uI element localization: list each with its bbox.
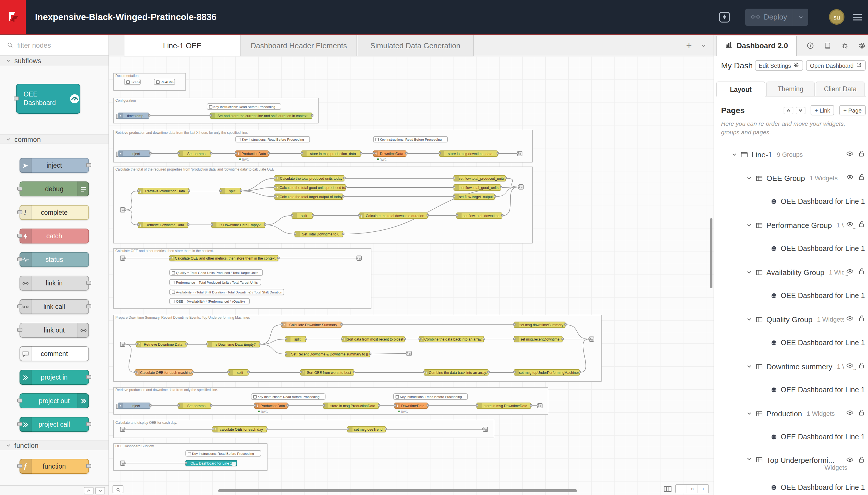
flow-comment-license[interactable]: License bbox=[124, 79, 141, 85]
flow-comment-key-instructions-read-before-proceeding[interactable]: Key Instructions: Read Before Proceeding bbox=[207, 103, 281, 110]
flow-node-downtimedata[interactable]: DowntimeData bbox=[373, 151, 406, 157]
flow-node-timestamp[interactable]: timestamp bbox=[118, 113, 149, 119]
flow-link-out-node[interactable] bbox=[589, 337, 594, 342]
eye-icon[interactable] bbox=[846, 173, 854, 181]
inject-button[interactable] bbox=[116, 152, 118, 156]
eye-icon[interactable] bbox=[846, 409, 854, 416]
flow-node-calculate-oee-for-each-day[interactable]: ƒcalculate OEE for each day bbox=[212, 426, 267, 432]
palette-node-inject[interactable]: inject bbox=[19, 158, 89, 173]
palette-category-function[interactable]: function bbox=[0, 441, 108, 450]
deploy-button[interactable]: Deploy bbox=[745, 8, 808, 25]
unlock-icon[interactable] bbox=[858, 362, 866, 369]
menu-icon[interactable] bbox=[852, 13, 862, 21]
flow-node-retrieve-downtime-data[interactable]: ƒRetrieve Downtime Data bbox=[138, 222, 188, 228]
group-row-oee-group[interactable]: OEE Group1 Widgets bbox=[714, 172, 868, 184]
inject-button[interactable] bbox=[116, 404, 118, 409]
palette-expand-all-button[interactable] bbox=[95, 487, 105, 494]
unlock-icon[interactable] bbox=[858, 150, 866, 157]
flow-comment-oee-availability-performance-quality[interactable]: OEE = (Availability) * (Performance) * (… bbox=[169, 298, 250, 304]
flow-link-in-node[interactable] bbox=[120, 256, 125, 261]
flow-node-set-msg-recentdowntime[interactable]: set msg.recentDowntime bbox=[514, 336, 562, 342]
eye-icon[interactable] bbox=[846, 456, 854, 463]
flow-node-store-in-msg-downtimedata[interactable]: store in msg.DowntimeData bbox=[476, 403, 531, 409]
chevron-down-icon[interactable] bbox=[731, 152, 737, 157]
flow-node-is-downtime-data-empty[interactable]: Is Downtime Data Empty? bbox=[211, 222, 265, 228]
flow-node-set-flow-total-good-units[interactable]: set flow.total_good_units bbox=[453, 184, 501, 191]
flow-node-split[interactable]: split bbox=[220, 188, 241, 194]
horizontal-scrollbar[interactable] bbox=[218, 489, 577, 492]
flow-node-sort-oee-from-worst-to-best[interactable]: ƒSort OEE from worst to best bbox=[300, 369, 354, 376]
flow-node-set-flow-total-downtime[interactable]: set flow.total_downtime bbox=[456, 212, 502, 219]
flow-node-productiondata[interactable]: ProductionData bbox=[254, 403, 288, 409]
widget-row-oee-dashboard-for-line-1[interactable]: OEE Dashboard for Line 1 bbox=[714, 431, 868, 443]
zoom-in-button[interactable]: + bbox=[697, 485, 708, 493]
unlock-icon[interactable] bbox=[858, 456, 866, 463]
user-avatar[interactable]: su bbox=[829, 9, 845, 25]
flow-node-calculate-the-total-produced-units-today[interactable]: ƒCalculate the total produced units toda… bbox=[274, 175, 344, 182]
flow-node-sort-data-from-most-recent-to-oldest[interactable]: ƒSort data from most recent to oldest bbox=[342, 336, 405, 342]
page-row-line-1[interactable]: Line-19 Groups bbox=[714, 148, 868, 161]
flow-node-calculate-downtime-summary[interactable]: ƒCalculate Downtime Summary bbox=[281, 322, 342, 328]
flow-comment-key-instructions-read-before-proceeding[interactable]: Key Instructions: Read Before Proceeding bbox=[251, 393, 326, 400]
flowfuse-logo[interactable] bbox=[0, 0, 26, 34]
canvas-search-button[interactable] bbox=[112, 485, 123, 493]
palette-node-project-call[interactable]: project call bbox=[19, 417, 89, 432]
eye-icon[interactable] bbox=[846, 221, 854, 228]
flow-link-out-node[interactable] bbox=[483, 427, 488, 432]
tab-line-1-oee[interactable]: Line-1 OEE bbox=[124, 35, 241, 56]
group-row-production[interactable]: Production1 Widgets bbox=[714, 407, 868, 420]
flow-comment-quality-total-good-units-produced-total-ta[interactable]: Quality = Total Good Units Produced / To… bbox=[169, 269, 263, 276]
palette-category-subflows[interactable]: subflows bbox=[0, 56, 108, 66]
zoom-out-button[interactable]: − bbox=[676, 485, 687, 493]
flow-node-inject[interactable]: inject bbox=[118, 403, 151, 409]
flow-node-calculate-oee-for-each-machine[interactable]: ƒCalculate OEE for each machine bbox=[135, 369, 193, 376]
flow-link-in-node[interactable] bbox=[120, 461, 125, 466]
chevron-down-icon[interactable] bbox=[746, 175, 752, 181]
chevron-down-icon[interactable] bbox=[746, 222, 752, 228]
flow-node-combine-the-data-back-into-an-array[interactable]: ƒCombine the data back into an array. bbox=[424, 369, 488, 376]
palette-category-common[interactable]: common bbox=[0, 134, 108, 144]
chevron-down-icon[interactable] bbox=[746, 456, 752, 462]
flow-node-set-msg-oeetrend[interactable]: set msg.oeeTrend bbox=[347, 426, 386, 432]
flow-comment-availability-total-shift-duration-total-do[interactable]: Availability = (Total Shift Duration - T… bbox=[169, 289, 284, 295]
flow-comment-key-instructions-read-before-proceeding[interactable]: Key Instructions: Read Before Proceeding bbox=[373, 136, 448, 142]
flow-link-out-node[interactable] bbox=[357, 256, 362, 261]
flow-comment-key-instructions-read-before-proceeding[interactable]: Key Instructions: Read Before Proceeding bbox=[236, 136, 310, 142]
palette-node-link-out[interactable]: link out bbox=[19, 323, 89, 338]
flow-node-oee-dashboard-for-line-1[interactable]: OEE Dashboard for Line 1 bbox=[186, 460, 237, 466]
flow-link-in-node[interactable] bbox=[120, 427, 125, 432]
add-flow-button[interactable]: + bbox=[686, 35, 692, 56]
flow-node-set-params[interactable]: Set params bbox=[178, 151, 211, 157]
flow-node-set-flow-target-output[interactable]: set flow.target_output bbox=[453, 193, 495, 200]
widget-row-oee-dashboard-for-line-1[interactable]: OEE Dashboard for Line 1 bbox=[714, 289, 868, 302]
flow-node-set-msg-downtimesummary[interactable]: set msg.downtimeSummary bbox=[514, 322, 566, 328]
vertical-scrollbar[interactable] bbox=[710, 218, 712, 288]
flow-link-out-node[interactable] bbox=[518, 184, 524, 189]
palette-search[interactable] bbox=[0, 35, 108, 56]
group-row-top-underperformi[interactable]: Top Underperformi...1 Widgets bbox=[714, 454, 868, 473]
flow-node-set-recent-downtime-downtime-summary-to[interactable]: Set Recent Downtime & Downtime summary t… bbox=[285, 351, 370, 357]
unlock-icon[interactable] bbox=[858, 268, 866, 275]
group-row-quality-group[interactable]: Quality Group1 Widgets bbox=[714, 313, 868, 326]
tab-dashboard-header-elements[interactable]: Dashboard Header Elements bbox=[241, 35, 357, 56]
deploy-options-caret[interactable] bbox=[793, 8, 808, 25]
flow-link-in-node[interactable] bbox=[120, 207, 125, 212]
palette-node-catch[interactable]: catch bbox=[19, 228, 89, 243]
flow-node-store-in-msg-downtime-data[interactable]: store in msg.downtime_data bbox=[439, 151, 498, 157]
widget-row-oee-dashboard-for-line-1[interactable]: OEE Dashboard for Line 1 bbox=[714, 481, 868, 494]
widget-row-oee-dashboard-for-line-1[interactable]: OEE Dashboard for Line 1 bbox=[714, 383, 868, 396]
assistant-icon[interactable] bbox=[718, 11, 730, 23]
flow-node-calculate-the-total-downtime-duration[interactable]: ƒCalculate the total downtime duration bbox=[359, 212, 428, 219]
palette-node-oee-dashboard[interactable]: OEE Dashboard bbox=[16, 84, 80, 114]
chevron-down-icon[interactable] bbox=[746, 363, 752, 369]
flow-list-caret[interactable] bbox=[700, 35, 707, 56]
flow-comment-readme[interactable]: README bbox=[154, 79, 175, 85]
group-row-performance-group[interactable]: Performance Group1 Widgets bbox=[714, 219, 868, 232]
flow-node-retrieve-production-data[interactable]: ƒRetrieve Production Data bbox=[138, 188, 189, 194]
unlock-icon[interactable] bbox=[858, 409, 866, 416]
widget-row-oee-dashboard-for-line-1[interactable]: OEE Dashboard for Line 1 bbox=[714, 337, 868, 349]
flow-node-set-and-store-the-current-line-and-shift-d[interactable]: Set and store the current line and shift… bbox=[210, 113, 312, 119]
chevron-down-icon[interactable] bbox=[746, 269, 752, 275]
palette-node-status[interactable]: status bbox=[19, 252, 89, 267]
flow-link-out-node[interactable] bbox=[517, 151, 522, 156]
